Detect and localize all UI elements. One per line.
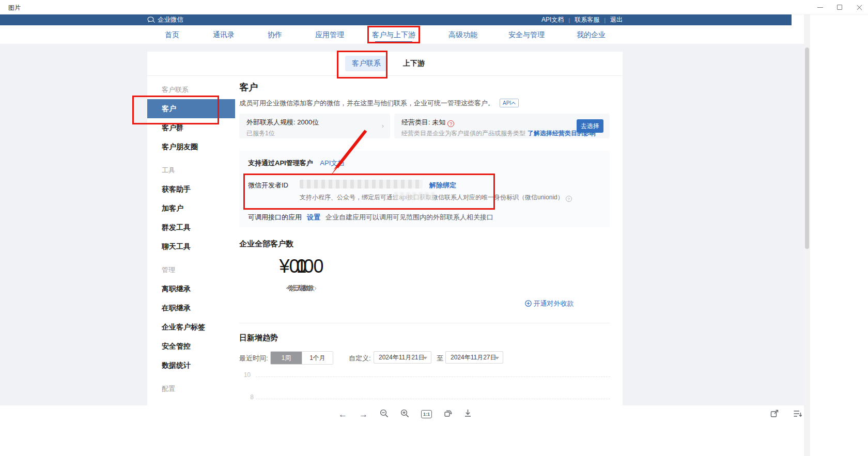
zoom-in-button[interactable] [400,409,409,420]
business-category-card: 经营类目: 未知? 经营类目是企业为客户提供的产品或服务类型了解选择经营类目的影… [394,114,610,138]
maximize-icon [837,5,842,10]
sidebar-header-management: 管理 [147,260,235,279]
to-label: 至 [437,354,443,363]
download-icon [464,409,472,417]
question-circle-red-icon[interactable]: ? [447,120,454,127]
vertical-scrollbar[interactable] [804,14,810,456]
page-background: 客户联系 上下游 客户联系 客户 客户群 客户朋友圈 工具 获客助手 加客户 群… [0,44,804,419]
nav-tab-advanced[interactable]: 高级功能 [448,30,477,40]
section-divider [239,323,610,323]
sidebar-item-customer-moments[interactable]: 客户朋友圈 [147,137,235,156]
y-axis-tick-10: 10 [239,371,251,379]
header-links: API文档 | 联系客服 | 退出 [541,14,623,25]
stat-income-value: ¥0.00 [239,256,363,277]
window-title: 图片 [8,4,21,12]
enable-payment-link[interactable]: 开通对外收款 [487,299,611,308]
stat-income-label: 今日收款 [239,284,363,293]
rotate-icon [444,409,452,417]
tab-supply-chain[interactable]: 上下游 [403,59,425,68]
annotation-box-subtab [337,51,388,78]
sidebar: 客户联系 客户 客户群 客户朋友圈 工具 获客助手 加客户 群发工具 聊天工具 … [147,76,235,419]
choose-category-button[interactable]: 去选择 [577,119,603,133]
nav-tab-app-management[interactable]: 应用管理 [315,30,344,40]
minimize-button[interactable] [816,4,824,11]
sidebar-item-security-control[interactable]: 安全管控 [147,337,235,356]
contact-support-link[interactable]: 联系客服 [575,15,599,24]
sidebar-item-resigned-handover[interactable]: 离职继承 [147,279,235,298]
date-to-select[interactable]: 2024年11月27日 [445,351,503,364]
page-description: 成员可用企业微信添加客户的微信，并在这里与他们联系，企业可统一管理这些客户。AP… [239,99,519,108]
separator: | [604,17,606,23]
open-in-window-button[interactable] [770,410,779,420]
callable-apps-note: 企业自建应用可以调用可见范围内的外部联系人相关接口 [326,213,493,221]
window-controls [816,0,863,14]
sidebar-item-customer-tags[interactable]: 企业客户标签 [147,318,235,337]
caret-down-icon [423,357,427,359]
image-list-button[interactable] [793,410,802,420]
range-toggle-group: 1周 1个月 [270,351,333,365]
range-week-button[interactable]: 1周 [271,352,302,364]
category-title: 经营类目: 未知? [401,118,602,127]
contact-scale-title: 外部联系人规模: 2000位 [246,118,383,127]
callable-apps-row: 可调用接口的应用设置企业自建应用可以调用可见范围内的外部联系人相关接口 [248,213,493,222]
content-area: 客户 成员可用企业微信添加客户的微信，并在这里与他们联系，企业可统一管理这些客户… [239,76,615,419]
separator: | [568,17,570,23]
wecom-header: 企业微信 API文档 | 联系客服 | 退出 [0,14,792,25]
date-from-select[interactable]: 2024年11月21日 [374,351,431,364]
zoom-in-icon [400,409,409,418]
gridline-10 [256,376,610,377]
gridline-8 [256,399,610,399]
stats-section-title: 企业全部客户数 [239,239,293,249]
sidebar-item-statistics[interactable]: 数据统计 [147,356,235,375]
sidebar-item-add-customer[interactable]: 加客户 [147,199,235,218]
api-badge[interactable]: API [500,99,519,107]
image-list-icon [793,410,802,418]
maximize-button[interactable] [836,4,843,11]
stat-income-today: ¥0.00 今日收款 [239,256,363,293]
y-axis-tick-8: 8 [242,394,254,401]
previous-image-button[interactable]: ← [338,410,347,419]
category-description: 经营类目是企业为客户提供的产品或服务类型了解选择经营类目的影响 [401,129,602,138]
download-button[interactable] [464,409,472,419]
annotation-arrow [324,128,371,180]
wecom-brand[interactable]: 企业微信 [147,14,183,25]
close-icon [857,5,862,10]
api-doc-header-link[interactable]: API文档 [541,15,564,24]
zoom-out-icon [380,409,389,418]
question-circle-gray-icon[interactable]: ? [566,196,572,202]
actual-size-button[interactable]: 1:1 [421,410,432,418]
trend-section-title: 日新增趋势 [239,333,278,343]
sidebar-header-tools: 工具 [147,161,235,180]
nav-tab-security[interactable]: 安全与管理 [508,30,545,40]
next-image-button[interactable]: → [359,410,368,419]
custom-range-label: 自定义: [349,354,371,363]
nav-tab-collaboration[interactable]: 协作 [268,30,282,40]
logout-link[interactable]: 退出 [610,15,623,24]
plus-circle-icon [525,300,532,307]
annotation-box-sidebar-customer [132,96,219,124]
annotation-box-nav-tab [367,26,420,43]
apps-settings-link[interactable]: 设置 [307,213,320,221]
wecom-logo-icon [147,17,155,23]
minimize-icon [817,7,823,8]
page-title: 客户 [239,81,258,93]
api-panel-title: 支持通过API管理客户 [248,159,313,167]
chevron-right-icon: › [382,122,384,130]
nav-tab-my-company[interactable]: 我的企业 [577,30,606,40]
recent-time-label: 最近时间: [239,354,268,363]
nav-tab-home[interactable]: 首页 [165,30,179,40]
sidebar-item-active-handover[interactable]: 在职继承 [147,298,235,318]
viewer-toolbar: ← → 1:1 [0,405,868,423]
scrollbar-thumb[interactable] [805,48,809,249]
caret-up-icon [511,102,515,106]
sidebar-item-chat-tools[interactable]: 聊天工具 [147,237,235,256]
sidebar-item-lead-assistant[interactable]: 获客助手 [147,180,235,199]
close-button[interactable] [856,4,863,11]
sidebar-header-config: 配置 [147,379,235,398]
rotate-button[interactable] [444,409,452,419]
nav-tab-contacts[interactable]: 通讯录 [213,30,235,40]
sidebar-item-broadcast-tools[interactable]: 群发工具 [147,218,235,237]
callable-apps-label: 可调用接口的应用 [248,213,302,221]
range-month-button[interactable]: 1个月 [302,352,333,364]
zoom-out-button[interactable] [380,409,389,420]
